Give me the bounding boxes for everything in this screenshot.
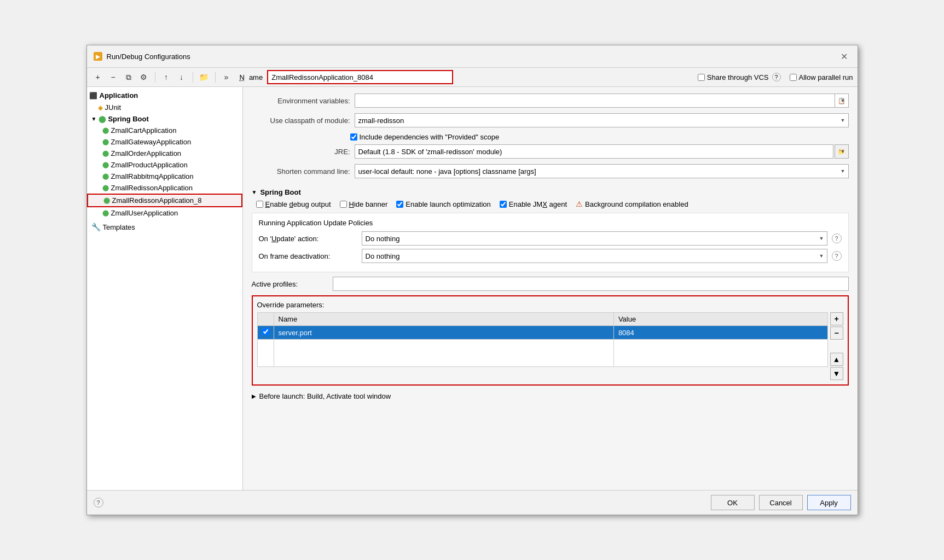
footer: ? OK Cancel Apply (87, 490, 858, 515)
sidebar-item-templates[interactable]: 🔧 Templates (87, 221, 242, 233)
spring-boot-section-label: Spring Boot (260, 188, 300, 196)
override-table-side-buttons: + − ▲ ▼ (830, 312, 843, 380)
close-button[interactable]: ✕ (838, 50, 851, 63)
sidebar-item-junit[interactable]: ◆ JUnit (87, 102, 242, 113)
override-parameters-section: Override parameters: Name Value (252, 295, 849, 386)
share-vcs-checkbox[interactable] (698, 74, 705, 81)
move-override-up-button[interactable]: ▲ (830, 353, 843, 366)
sidebar-item-gateway[interactable]: ⬤ ZmallGatewayApplication (87, 136, 242, 148)
override-col-checkbox (257, 313, 274, 326)
shorten-select[interactable]: user-local default: none - java [options… (355, 164, 849, 178)
title-bar: ▶ Run/Debug Configurations ✕ (87, 45, 858, 68)
sidebar-item-redisson-8084[interactable]: ⬤ ZmallRedissonApplication_8 (87, 194, 242, 207)
sidebar-item-application[interactable]: ⬛ Application (87, 89, 242, 102)
top-options: Share through VCS ? Allow parallel run (698, 73, 853, 81)
enable-debug-item: Enable debug output (256, 200, 331, 208)
override-table: Name Value server.port (257, 312, 828, 367)
active-profiles-label: Active profiles: (252, 280, 328, 288)
sidebar-item-user[interactable]: ⬤ ZmallUserApplication (87, 207, 242, 219)
main-content: ⬛ Application ◆ JUnit ▼ ⬤ Spring Boot ⬤ … (87, 87, 858, 490)
sidebar-item-redisson[interactable]: ⬤ ZmallRedissonApplication (87, 182, 242, 194)
classpath-label: Use classpath of module: (252, 116, 350, 125)
include-deps-row: Include dependencies with "Provided" sco… (252, 133, 849, 141)
active-profiles-input[interactable] (333, 277, 849, 291)
enable-jmx-checkbox[interactable] (500, 201, 507, 208)
include-deps-label[interactable]: Include dependencies with "Provided" sco… (350, 133, 500, 141)
sidebar-item-product[interactable]: ⬤ ZmallProductApplication (87, 159, 242, 171)
move-up-button[interactable]: ↑ (160, 71, 173, 84)
ok-button[interactable]: OK (711, 495, 755, 510)
spring-boot-checkboxes: Enable debug output Hide banner Enable l… (252, 200, 849, 208)
allow-parallel-checkbox[interactable] (790, 74, 797, 81)
before-launch-section[interactable]: ▶ Before launch: Build, Activate tool wi… (252, 390, 849, 402)
sidebar-item-cart[interactable]: ⬤ ZmallCartApplication (87, 125, 242, 136)
cancel-button[interactable]: Cancel (759, 495, 803, 510)
override-row-checkbox-cell (257, 326, 274, 340)
frame-deactivation-select[interactable]: Do nothing Update resources Update class… (362, 249, 827, 263)
spring-boot-section-header[interactable]: ▼ Spring Boot (252, 188, 849, 196)
name-label: N (240, 73, 245, 81)
active-profiles-row: Active profiles: (252, 277, 849, 291)
jre-select[interactable]: Default (1.8 - SDK of 'zmall-redisson' m… (355, 144, 833, 159)
copy-config-button[interactable]: ⧉ (122, 71, 135, 84)
enable-launch-checkbox[interactable] (396, 201, 403, 208)
env-vars-row: Environment variables: 📋 (252, 94, 849, 108)
remove-config-button[interactable]: − (107, 71, 120, 84)
frame-deactivation-row: On frame deactivation: Do nothing Update… (259, 249, 842, 263)
folder-button[interactable]: 📁 (198, 71, 211, 84)
sidebar: ⬛ Application ◆ JUnit ▼ ⬤ Spring Boot ⬤ … (87, 87, 243, 490)
env-vars-input[interactable] (355, 94, 849, 108)
bg-compilation-item: ⚠ Background compilation enabled (576, 200, 688, 208)
override-row-checkbox[interactable] (262, 328, 269, 335)
override-row-server-port[interactable]: server.port 8084 (257, 326, 827, 340)
classpath-select[interactable]: zmall-redisson (355, 113, 849, 127)
frame-deactivation-help[interactable]: ? (832, 251, 842, 261)
move-override-down-button[interactable]: ▼ (830, 367, 843, 380)
spring-boot-triangle-icon: ▼ (252, 189, 257, 195)
update-action-select[interactable]: Do nothing Update resources Update class… (362, 231, 827, 246)
enable-launch-item: Enable launch optimization (396, 200, 490, 208)
remove-override-button[interactable]: − (830, 326, 843, 340)
before-launch-triangle-icon: ▶ (252, 393, 256, 399)
add-override-button[interactable]: + (830, 312, 843, 325)
env-vars-label: Environment variables: (252, 97, 350, 105)
classpath-row: Use classpath of module: zmall-redisson (252, 113, 849, 127)
enable-debug-checkbox[interactable] (256, 201, 263, 208)
override-row-name-cell: server.port (274, 326, 613, 340)
override-col-value: Value (613, 313, 827, 326)
shorten-wrapper: user-local default: none - java [options… (355, 164, 849, 178)
toolbar: + − ⧉ ⚙ ↑ ↓ 📁 » Name ZmallRedissonApplic… (87, 68, 858, 87)
hide-banner-checkbox[interactable] (340, 201, 347, 208)
more-button[interactable]: » (220, 71, 233, 84)
hide-banner-item: Hide banner (340, 200, 388, 208)
sidebar-item-spring-boot-category[interactable]: ▼ ⬤ Spring Boot (87, 113, 242, 125)
warning-icon: ⚠ (576, 200, 583, 208)
enable-launch-label: Enable launch optimization (406, 200, 490, 208)
toolbar-separator-2 (193, 72, 193, 83)
toolbar-separator-3 (215, 72, 216, 83)
share-vcs-label[interactable]: Share through VCS ? (698, 73, 781, 81)
override-title: Override parameters: (257, 301, 843, 309)
shorten-row: Shorten command line: user-local default… (252, 164, 849, 178)
config-name-input[interactable]: ZmallRedissonApplication_8084 (267, 70, 453, 84)
footer-help-icon[interactable]: ? (94, 498, 103, 508)
jre-row: JRE: Default (1.8 - SDK of 'zmall-rediss… (252, 144, 849, 159)
allow-parallel-label[interactable]: Allow parallel run (790, 73, 853, 81)
bg-compilation-label: Background compilation enabled (585, 200, 688, 208)
sidebar-item-order[interactable]: ⬤ ZmallOrderApplication (87, 148, 242, 159)
update-action-label: On 'Update' action: (259, 235, 357, 243)
update-action-wrapper: Do nothing Update resources Update class… (362, 231, 827, 246)
update-action-help[interactable]: ? (832, 234, 842, 243)
title-bar-left: ▶ Run/Debug Configurations (94, 52, 190, 61)
override-row-value-cell: 8084 (613, 326, 827, 340)
move-down-button[interactable]: ↓ (175, 71, 188, 84)
settings-config-button[interactable]: ⚙ (137, 71, 150, 84)
enable-jmx-item: Enable JMX agent (500, 200, 567, 208)
enable-jmx-label: Enable JMX agent (509, 200, 567, 208)
apply-button[interactable]: Apply (807, 495, 851, 510)
add-config-button[interactable]: + (91, 71, 105, 84)
dialog-title: Run/Debug Configurations (107, 52, 190, 61)
include-deps-checkbox[interactable] (350, 133, 357, 141)
help-icon[interactable]: ? (772, 73, 781, 81)
sidebar-item-rabbitmq[interactable]: ⬤ ZmallRabbitmqApplication (87, 171, 242, 182)
